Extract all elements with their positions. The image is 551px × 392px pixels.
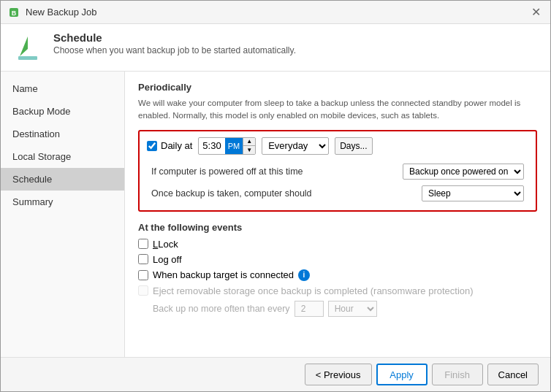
header-title: Schedule [53,31,296,44]
finish-button[interactable]: Finish [432,364,483,385]
once-backup-label: Once backup is taken, computer should [151,188,422,199]
logoff-label: Log off [153,254,182,265]
content-area: Name Backup Mode Destination Local Stora… [1,72,550,357]
header-description: Choose when you want backup job to be st… [53,45,296,55]
eject-label: Eject removable storage once backup is c… [153,285,474,296]
sidebar-item-schedule[interactable]: Schedule [1,168,124,191]
eject-row: Eject removable storage once backup is c… [138,285,537,296]
sidebar-item-name[interactable]: Name [1,77,124,100]
schedule-icon [12,33,43,64]
svg-rect-3 [18,56,37,60]
daily-at-checkbox-label[interactable]: Daily at [147,140,192,151]
ampm-badge[interactable]: PM [225,138,243,154]
backup-limit-unit-select[interactable]: Hour Minute Day [328,301,377,317]
window-title: New Backup Job [26,7,97,18]
sidebar-item-local-storage[interactable]: Local Storage [1,145,124,168]
svg-marker-2 [20,36,28,56]
daily-row: Daily at 5:30 PM ▲ ▼ Everyday Weekdays W [147,137,528,155]
powered-off-select[interactable]: Backup once powered on Skip backup [403,164,524,180]
periodically-title: Periodically [138,82,537,93]
daily-at-label: Daily at [161,140,192,151]
time-spin-buttons: ▲ ▼ [243,138,255,154]
frequency-select[interactable]: Everyday Weekdays Weekends [262,137,329,155]
sidebar-item-destination[interactable]: Destination [1,123,124,145]
cancel-button[interactable]: Cancel [487,364,539,385]
window: B New Backup Job ✕ Schedule Choose when … [0,0,551,392]
events-title: At the following events [138,222,537,233]
eject-checkbox [138,285,148,296]
target-connected-checkbox[interactable] [138,270,148,280]
info-icon[interactable]: i [298,269,310,281]
time-input: 5:30 PM ▲ ▼ [198,137,256,155]
backup-limit-row: Back up no more often than every Hour Mi… [138,301,537,317]
target-connected-row: When backup target is connected i [138,269,537,281]
lock-label: LLock [153,239,178,250]
powered-off-row: If computer is powered off at this time … [147,161,528,182]
time-down-button[interactable]: ▼ [243,146,255,154]
daily-at-checkbox[interactable] [147,141,157,151]
sidebar-item-summary[interactable]: Summary [1,191,124,213]
schedule-options-box: Daily at 5:30 PM ▲ ▼ Everyday Weekdays W [138,130,537,212]
apply-button[interactable]: Apply [376,364,428,385]
backup-limit-prefix: Back up no more often than every [153,304,290,314]
close-button[interactable]: ✕ [528,5,543,20]
header-text: Schedule Choose when you want backup job… [53,31,296,55]
sidebar-item-backup-mode[interactable]: Backup Mode [1,100,124,123]
backup-limit-input[interactable] [294,301,324,317]
app-icon: B [8,7,20,18]
logoff-event-row: Log off [138,254,537,265]
time-value[interactable]: 5:30 [199,139,224,153]
title-bar-left: B New Backup Job [8,7,97,18]
sidebar: Name Backup Mode Destination Local Stora… [1,72,125,357]
powered-off-label: If computer is powered off at this time [151,166,403,177]
lock-event-row: LLock [138,239,537,250]
footer: < Previous Apply Finish Cancel [1,357,550,391]
lock-checkbox[interactable] [138,239,148,249]
logoff-checkbox[interactable] [138,254,148,264]
title-bar: B New Backup Job ✕ [1,1,550,24]
target-connected-label: When backup target is connected [153,269,294,280]
main-content: Periodically We will wake your computer … [125,72,550,357]
svg-text:B: B [12,9,17,17]
events-section: At the following events LLock Log off Wh… [138,222,537,317]
once-backup-select[interactable]: Sleep Hibernate Shut Down Do Nothing [422,185,524,201]
days-button[interactable]: Days... [335,137,372,155]
previous-button[interactable]: < Previous [305,364,372,385]
time-up-button[interactable]: ▲ [243,138,255,146]
header: Schedule Choose when you want backup job… [1,24,550,72]
notice-text: We will wake your computer from sleep to… [138,97,537,123]
once-backup-row: Once backup is taken, computer should Sl… [147,182,528,204]
